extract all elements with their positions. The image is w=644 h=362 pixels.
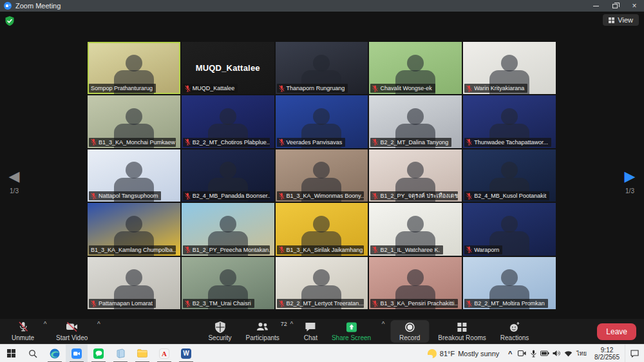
taskbar-notepad-button[interactable] — [109, 345, 131, 362]
muted-mic-icon — [466, 138, 472, 146]
participant-tile[interactable]: B2_3_TM_Urai Chaisri — [182, 257, 274, 309]
participants-options-caret[interactable]: ^ — [289, 321, 295, 328]
participant-tile[interactable]: B2_1_IL_Watcharee K. — [369, 203, 462, 255]
tray-mic-icon[interactable] — [527, 345, 539, 362]
participant-tile[interactable]: B2_2_MT_Lertyot Treeratan... — [276, 257, 368, 309]
view-button-label: View — [618, 16, 633, 24]
windows-logo-icon — [6, 348, 17, 359]
notification-center-button[interactable] — [625, 345, 644, 362]
participant-tile[interactable]: MUQD_Kattalee MUQD_Kattalee — [182, 42, 274, 94]
muted-mic-icon — [466, 193, 472, 200]
line-app-icon — [93, 348, 104, 359]
participant-tile[interactable]: Veerades Panvisavas — [276, 95, 368, 148]
participant-tile[interactable]: Sompop Prathanturarug — [88, 42, 180, 94]
share-screen-button[interactable]: Share Screen — [327, 320, 376, 343]
participant-name: Sompop Prathanturarug — [91, 84, 153, 93]
participant-tile[interactable]: B1_3_KA_Monchai Pumkaew — [88, 95, 180, 148]
taskbar-clock[interactable]: 9:12 8/2/2565 — [589, 347, 625, 361]
muted-mic-icon — [185, 193, 191, 200]
page-indicator-right: 1/3 — [617, 187, 643, 195]
volume-icon[interactable] — [551, 345, 562, 362]
participant-tile[interactable]: Pattamapan Lomarat — [88, 257, 180, 309]
participant-tile[interactable]: Waraporn — [463, 203, 556, 255]
previous-page-arrow[interactable]: ◀ 1/3 — [1, 169, 27, 195]
participant-tile[interactable]: B1_3_KA_Sirilak Jaikamhang — [276, 203, 368, 255]
right-arrow-icon[interactable]: ▶ — [617, 169, 643, 184]
zoom-taskbar-icon — [71, 348, 82, 359]
video-options-caret[interactable]: ^ — [95, 321, 102, 328]
participant-tile[interactable]: B2_2_MT_Chotiros Plabplue... — [182, 95, 274, 148]
share-options-caret[interactable]: ^ — [380, 321, 386, 328]
view-button[interactable]: View — [603, 14, 639, 26]
mic-muted-icon — [17, 321, 30, 333]
window-title: Zoom Meeting — [15, 2, 61, 10]
participant-tile[interactable]: B1_3_KA_Kamlang Chumpolba... — [88, 203, 180, 255]
participant-name-tag: B2_4_MB_Kusol Pootanakit — [464, 191, 549, 200]
taskbar-acrobat-button[interactable]: A — [153, 345, 175, 362]
participant-name: B1_3_KA_Pensiri Prachakitti... — [380, 299, 457, 308]
participant-tile[interactable]: B2_4_MB_Kusol Pootanakit — [463, 149, 556, 202]
unmute-options-caret[interactable]: ^ — [42, 321, 48, 328]
participant-name-tag: B1_3_KA_Monchai Pumkaew — [89, 138, 176, 147]
start-button[interactable] — [0, 345, 22, 362]
muted-mic-icon — [279, 246, 285, 253]
camera-off-icon — [65, 321, 79, 333]
participant-tile[interactable]: Warin Krityakiarana — [463, 42, 556, 94]
participant-tile[interactable]: Chavalit Wongse-ek — [369, 42, 462, 94]
participant-name: Warin Krityakiarana — [474, 84, 524, 93]
next-page-arrow[interactable]: ▶ 1/3 — [617, 169, 643, 195]
minimize-button[interactable] — [586, 0, 605, 12]
participant-name-tag: B1_3_KA_Pensiri Prachakitti... — [370, 299, 457, 308]
participant-name-tag: B2_1_IL_Watcharee K. — [370, 245, 443, 254]
taskbar-zoom-button[interactable] — [66, 345, 88, 362]
participant-name: B1_3_KA_Sirilak Jaikamhang — [287, 245, 363, 254]
participant-tile[interactable]: B1_3_KA_Wimonmas Boony... — [276, 149, 368, 202]
participant-name: B1_2_PY_จตุรงค์ ประเทืองเดชกุล — [380, 191, 457, 200]
taskbar-search-button[interactable] — [22, 345, 44, 362]
meet-now-icon[interactable] — [516, 345, 527, 362]
view-grid-icon — [609, 17, 614, 23]
unmute-button[interactable]: Unmute — [6, 320, 39, 343]
participants-button[interactable]: 72 Participants — [241, 320, 285, 343]
taskbar-word-button[interactable]: W — [175, 345, 197, 362]
participant-name-tag: Pattamapan Lomarat — [89, 299, 156, 308]
security-button[interactable]: Security — [203, 320, 236, 343]
left-arrow-icon[interactable]: ◀ — [1, 169, 27, 184]
participant-name-tag: B1_2_PY_Preecha Montakan... — [183, 245, 270, 254]
participant-tile[interactable]: B2_4_MB_Panadda Boonser... — [182, 149, 274, 202]
breakout-rooms-icon — [457, 321, 468, 333]
start-video-button[interactable]: Start Video — [51, 320, 93, 343]
participant-tile[interactable]: B1_2_PY_Preecha Montakan... — [182, 203, 274, 255]
breakout-rooms-button[interactable]: Breakout Rooms — [433, 320, 491, 343]
participant-tile[interactable]: B1_3_KA_Pensiri Prachakitti... — [369, 257, 462, 309]
taskbar-edge-button[interactable] — [44, 345, 66, 362]
reactions-button[interactable]: Reactions — [495, 320, 534, 343]
chat-button[interactable]: Chat — [299, 320, 323, 343]
record-button[interactable]: Record — [390, 320, 429, 343]
participant-name-tag: Nattapol Tangsuphoom — [89, 191, 161, 200]
leave-button[interactable]: Leave — [597, 323, 636, 340]
battery-icon[interactable] — [539, 345, 551, 362]
muted-mic-icon — [185, 138, 191, 146]
participant-tile[interactable]: Nattapol Tangsuphoom — [88, 149, 180, 202]
participant-tile[interactable]: B1_2_PY_จตุรงค์ ประเทืองเดชกุล — [369, 149, 462, 202]
participant-tile[interactable]: B2_2_MT_Moltira Promkan — [463, 257, 556, 309]
taskbar-file-explorer-button[interactable] — [131, 345, 153, 362]
participant-name-tag: Veerades Panvisavas — [277, 138, 346, 147]
taskbar-line-button[interactable] — [88, 345, 109, 362]
participant-name: B1_2_PY_Preecha Montakan... — [193, 245, 270, 254]
participant-tile[interactable]: Thunwadee Tachapattawor... — [463, 95, 556, 148]
muted-mic-icon — [372, 85, 378, 92]
reactions-smiley-icon — [509, 321, 521, 333]
tray-overflow-chevron-icon[interactable]: ^ — [504, 345, 516, 362]
participant-tile[interactable]: B2_2_MT_Dalina Tanyong — [369, 95, 462, 148]
encryption-shield-icon[interactable] — [5, 16, 14, 26]
restore-button[interactable] — [605, 0, 625, 12]
network-wifi-icon[interactable] — [562, 345, 574, 362]
muted-mic-icon — [91, 300, 97, 307]
participant-name: B1_3_KA_Kamlang Chumpolba... — [91, 245, 176, 254]
language-indicator[interactable]: ไทย — [574, 349, 589, 358]
weather-widget[interactable]: 81°F Mostly sunny — [422, 345, 505, 362]
close-button[interactable]: × — [625, 0, 644, 12]
participant-tile[interactable]: Thanaporn Rungruang — [276, 42, 368, 94]
